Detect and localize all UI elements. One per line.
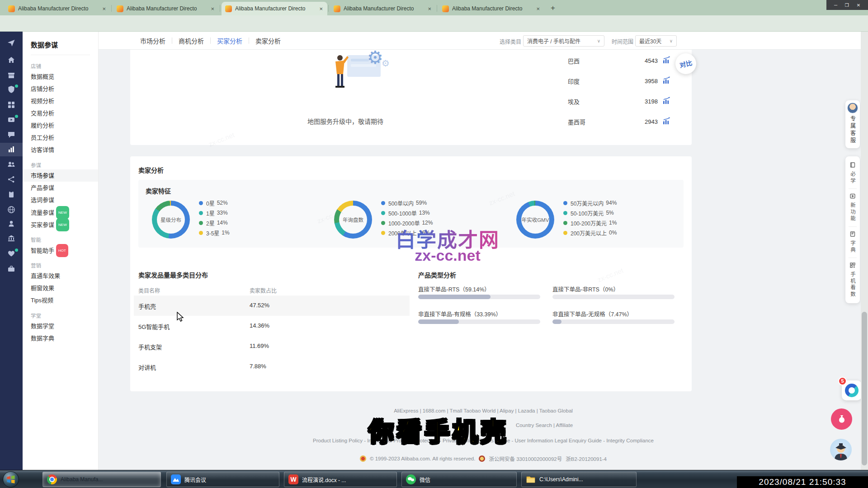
- sidebar-item[interactable]: 数据字典: [23, 332, 98, 344]
- analysis-tab[interactable]: 卖家分析: [249, 36, 287, 45]
- browser-tab[interactable]: Alibaba Manufacturer Directo×: [222, 2, 327, 15]
- toolbar-divider: [849, 188, 857, 189]
- footer-beian2[interactable]: 浙B2-20120091-4: [566, 455, 607, 462]
- sidebar-item-label: 市场参谋: [31, 172, 54, 179]
- bank-icon[interactable]: [7, 234, 15, 242]
- shield-icon[interactable]: [7, 85, 15, 94]
- browser-tab[interactable]: Alibaba Manufacturer Directo×: [330, 2, 436, 15]
- toolbar-item[interactable]: 新功能: [849, 191, 856, 224]
- url-bar: ← → ⟳ data.alibaba.com/adviser/market?ca…: [0, 15, 868, 32]
- sidebar-item[interactable]: 橱窗效果: [23, 282, 98, 294]
- sidebar-section-label: 学堂: [23, 306, 98, 320]
- bar-fill: [418, 295, 491, 299]
- country-name: 印度: [568, 77, 645, 85]
- toolbar-item[interactable]: 字典: [849, 229, 856, 255]
- maximize-icon[interactable]: ❐: [845, 3, 849, 8]
- legend-value: 5%: [606, 210, 613, 216]
- tab-close-icon[interactable]: ×: [318, 5, 324, 12]
- sidebar-item[interactable]: 员工分析: [23, 131, 98, 144]
- sidebar-item[interactable]: 智能助手HOT: [23, 244, 98, 256]
- toolbar-item[interactable]: 必学: [849, 160, 856, 186]
- trend-chart-icon[interactable]: [662, 76, 671, 86]
- heart-icon[interactable]: [7, 249, 15, 258]
- trend-chart-icon[interactable]: [662, 56, 671, 66]
- send-icon[interactable]: [7, 39, 15, 47]
- people-icon[interactable]: [7, 160, 15, 169]
- sidebar-item[interactable]: 店铺分析: [23, 83, 98, 95]
- browser-tab[interactable]: Alibaba Manufacturer Directo×: [439, 2, 544, 15]
- browser-tab[interactable]: Alibaba Manufacturer Directo×: [113, 2, 219, 15]
- bar-fill: [418, 319, 459, 324]
- sidebar-item[interactable]: 交易分析: [23, 107, 98, 119]
- country-row: 印度3958: [568, 71, 671, 91]
- sidebar-item[interactable]: 产品参谋: [23, 182, 98, 194]
- sidebar-item[interactable]: Tips视频: [23, 294, 98, 306]
- taskbar-button[interactable]: W流程演说.docx - ...: [284, 472, 397, 487]
- seller-share-cell: 11.69%: [250, 343, 269, 349]
- sidebar-item[interactable]: 视频分析: [23, 95, 98, 107]
- taskbar-button[interactable]: 微信: [401, 472, 517, 487]
- app-icon-rail: [0, 32, 23, 470]
- apps-grid-icon[interactable]: [7, 101, 15, 109]
- sidebar-item[interactable]: 选词参谋: [23, 194, 98, 206]
- sidebar-item[interactable]: 数据概览: [23, 70, 98, 83]
- store-icon[interactable]: [7, 71, 15, 80]
- browser-tab[interactable]: Alibaba Manufacturer Directo×: [5, 2, 110, 15]
- product-type-bar: 非直接下单品-有规格（33.39%）: [418, 310, 552, 334]
- bar-track: [552, 319, 675, 324]
- legend-dot: [563, 231, 567, 235]
- share-nodes-icon[interactable]: [7, 175, 15, 183]
- briefcase-icon[interactable]: [7, 265, 15, 273]
- scrollbar-thumb[interactable]: [862, 312, 867, 465]
- video-icon[interactable]: [7, 116, 15, 124]
- tab-title: Alibaba Manufacturer Directo: [18, 5, 98, 12]
- customer-service-button[interactable]: 专属客服: [845, 100, 860, 148]
- sidebar-item[interactable]: 市场参谋: [23, 169, 98, 182]
- taskbar-button-label: C:\Users\Admini...: [539, 476, 583, 483]
- bar-fill: [552, 319, 561, 324]
- comment-icon[interactable]: [7, 131, 15, 139]
- taskbar-button[interactable]: 腾讯会议: [166, 472, 279, 487]
- notification-dot: [15, 84, 18, 88]
- trend-chart-icon[interactable]: [662, 97, 671, 106]
- tab-title: Alibaba Manufacturer Directo: [235, 5, 315, 12]
- taskbar-button[interactable]: C:\Users\Admini...: [521, 472, 637, 487]
- sidebar-item[interactable]: 履约分析: [23, 119, 98, 131]
- home-icon[interactable]: [7, 56, 15, 64]
- qr-icon: [849, 262, 856, 270]
- start-button[interactable]: [3, 471, 19, 488]
- minimize-icon[interactable]: ─: [834, 3, 837, 8]
- sidebar-item[interactable]: 数据学堂: [23, 320, 98, 332]
- tab-close-icon[interactable]: ×: [427, 5, 432, 12]
- new-tab-button[interactable]: +: [547, 3, 559, 13]
- compare-button[interactable]: 对比: [675, 53, 696, 74]
- sidebar-item[interactable]: 访客详情: [23, 144, 98, 156]
- footer-beian1[interactable]: 浙公网安备 33010002000092号: [489, 455, 562, 462]
- table-row: 5G智能手机14.36%: [134, 316, 410, 336]
- user-badge-icon[interactable]: [7, 220, 15, 228]
- assistant-avatar-button[interactable]: [830, 439, 852, 460]
- tab-close-icon[interactable]: ×: [210, 5, 215, 12]
- sidebar-item[interactable]: 买家参谋NEW: [23, 218, 98, 230]
- category-select[interactable]: 消费电子 / 手机与配件 ∨: [523, 35, 604, 47]
- globe-icon[interactable]: [7, 206, 15, 214]
- donut-legend: 50万美元以内94%50-100万美元5%100-200万美元1%200万美元以…: [563, 198, 617, 238]
- tab-close-icon[interactable]: ×: [101, 5, 107, 12]
- taskbar-button[interactable]: Alibaba Manufa...: [42, 472, 161, 487]
- sidebar-item[interactable]: 流量参谋NEW: [23, 206, 98, 218]
- analysis-tab[interactable]: 商机分析: [172, 36, 210, 45]
- range-select[interactable]: 最近30天 ∨: [635, 35, 677, 47]
- analysis-tab[interactable]: 市场分析: [134, 36, 172, 45]
- tab-separator: [437, 5, 437, 12]
- bar-chart-icon[interactable]: [7, 145, 15, 154]
- legend-label: 0星: [206, 199, 215, 207]
- bar-track: [418, 295, 540, 299]
- close-icon[interactable]: ✕: [857, 3, 860, 8]
- rewards-float-button[interactable]: [831, 408, 852, 430]
- trend-chart-icon[interactable]: [662, 117, 671, 127]
- analysis-tab[interactable]: 买家分析: [211, 36, 249, 45]
- tab-close-icon[interactable]: ×: [535, 5, 541, 12]
- sidebar-item[interactable]: 直通车效果: [23, 270, 98, 282]
- clipboard-icon[interactable]: [7, 190, 15, 198]
- toolbar-item[interactable]: 手机看数: [849, 260, 856, 300]
